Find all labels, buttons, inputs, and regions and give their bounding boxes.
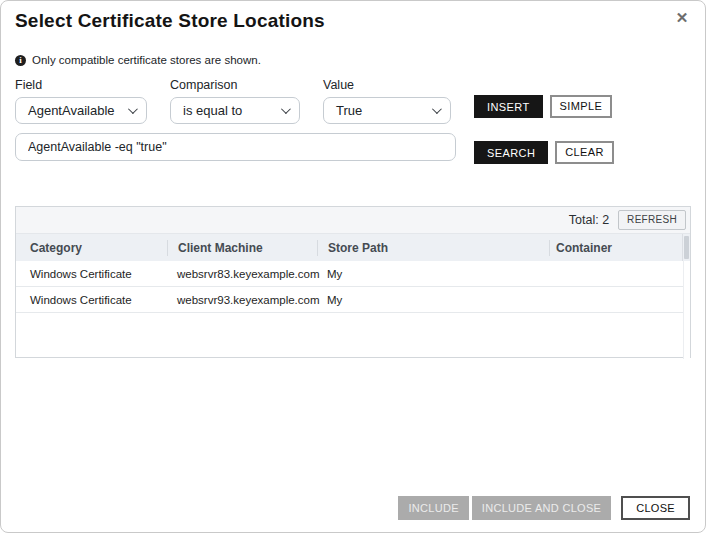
- comparison-label: Comparison: [170, 78, 300, 92]
- cell-store-path: My: [317, 294, 549, 306]
- cell-client-machine: websrvr83.keyexample.com: [167, 268, 317, 280]
- dialog-header: Select Certificate Store Locations: [1, 1, 705, 32]
- table-body: Windows Certificate websrvr83.keyexample…: [16, 261, 690, 313]
- table-row[interactable]: Windows Certificate websrvr83.keyexample…: [16, 261, 690, 287]
- filter-area: Field AgentAvailable Comparison is equal…: [15, 78, 691, 164]
- comparison-select[interactable]: is equal to: [170, 97, 300, 124]
- results-table: Total: 2 REFRESH Category Client Machine…: [15, 206, 691, 358]
- column-header-client-machine: Client Machine: [167, 240, 317, 256]
- dialog-footer: INCLUDE INCLUDE AND CLOSE CLOSE: [398, 496, 690, 520]
- cell-category: Windows Certificate: [16, 268, 167, 280]
- search-button[interactable]: SEARCH: [474, 141, 548, 164]
- table-row[interactable]: Windows Certificate websrvr93.keyexample…: [16, 287, 690, 313]
- scrollbar-track: [682, 234, 690, 261]
- column-header-category: Category: [16, 240, 167, 256]
- chevron-down-icon: [432, 104, 442, 114]
- info-text: Only compatible certificate stores are s…: [32, 54, 261, 66]
- scrollbar-track-body: [683, 261, 690, 359]
- value-select-group: Value True: [323, 78, 451, 124]
- field-select[interactable]: AgentAvailable: [15, 97, 147, 124]
- value-label: Value: [323, 78, 451, 92]
- include-and-close-button[interactable]: INCLUDE AND CLOSE: [472, 496, 611, 520]
- cell-store-path: My: [317, 268, 549, 280]
- refresh-button[interactable]: REFRESH: [618, 210, 686, 230]
- insert-button[interactable]: INSERT: [474, 95, 543, 118]
- clear-button[interactable]: CLEAR: [555, 141, 614, 164]
- column-header-store-path: Store Path: [317, 240, 549, 256]
- simple-button[interactable]: SIMPLE: [550, 95, 613, 118]
- field-label: Field: [15, 78, 147, 92]
- cell-category: Windows Certificate: [16, 294, 167, 306]
- dialog-title: Select Certificate Store Locations: [15, 10, 691, 32]
- comparison-select-value: is equal to: [183, 103, 242, 118]
- chevron-down-icon: [281, 104, 291, 114]
- include-button[interactable]: INCLUDE: [398, 496, 468, 520]
- table-header-row: Category Client Machine Store Path Conta…: [16, 234, 690, 261]
- scrollbar-thumb[interactable]: [684, 236, 689, 259]
- value-select-value: True: [336, 103, 362, 118]
- value-select[interactable]: True: [323, 97, 451, 124]
- table-toolbar: Total: 2 REFRESH: [16, 207, 690, 234]
- comparison-select-group: Comparison is equal to: [170, 78, 300, 124]
- close-button[interactable]: CLOSE: [621, 496, 690, 520]
- close-icon[interactable]: ✕: [671, 7, 693, 29]
- filter-buttons: INSERT SIMPLE SEARCH CLEAR: [474, 78, 614, 164]
- query-input[interactable]: [15, 133, 456, 161]
- chevron-down-icon: [128, 104, 138, 114]
- select-certificate-store-dialog: Select Certificate Store Locations ✕ i O…: [0, 0, 706, 533]
- total-count: Total: 2: [569, 213, 609, 227]
- column-header-container: Container: [549, 240, 682, 256]
- field-select-group: Field AgentAvailable: [15, 78, 147, 124]
- info-banner: i Only compatible certificate stores are…: [15, 54, 691, 66]
- field-select-value: AgentAvailable: [28, 103, 115, 118]
- info-icon: i: [15, 55, 26, 66]
- filter-selects-row: Field AgentAvailable Comparison is equal…: [15, 78, 456, 124]
- cell-client-machine: websrvr93.keyexample.com: [167, 294, 317, 306]
- filter-controls: Field AgentAvailable Comparison is equal…: [15, 78, 456, 161]
